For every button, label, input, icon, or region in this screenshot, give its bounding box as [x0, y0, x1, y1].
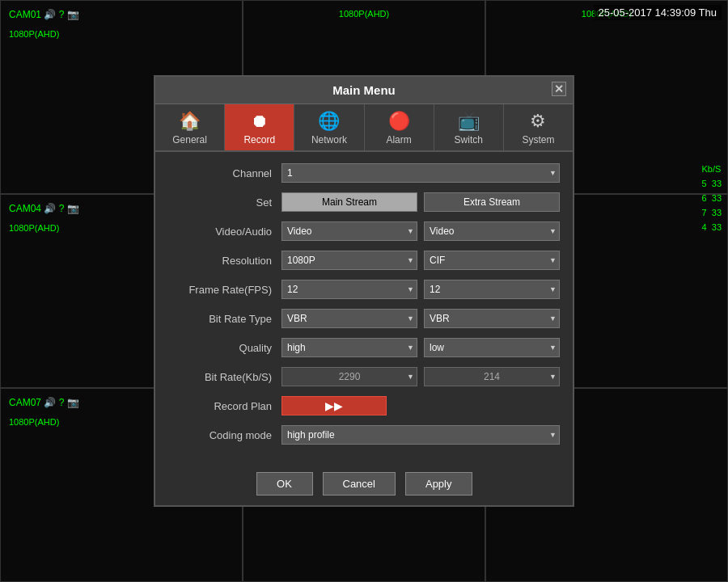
- quality-controls: high medium low low medium high: [281, 338, 560, 357]
- bitrate-type-label: Bit Rate Type: [168, 313, 281, 325]
- framerate-main-select[interactable]: 12 15 25: [281, 280, 417, 299]
- record-plan-button[interactable]: ▶▶: [281, 396, 387, 415]
- main-menu-modal: Main Menu ✕ 🏠 General ⏺ Record 🌐 Network…: [154, 75, 574, 507]
- tab-alarm[interactable]: 🔴 Alarm: [365, 104, 434, 150]
- tab-alarm-label: Alarm: [386, 134, 411, 146]
- quality-row: Quality high medium low low medium: [168, 336, 560, 359]
- record-plan-controls: ▶▶: [281, 396, 560, 415]
- alarm-icon: 🔴: [388, 111, 410, 132]
- tab-switch-label: Switch: [455, 134, 483, 146]
- resolution-main-wrapper[interactable]: 1080P 720P D1: [281, 251, 417, 270]
- bitrate-main-wrapper: [281, 367, 417, 386]
- system-icon: ⚙: [530, 111, 546, 132]
- video-audio-extra-select[interactable]: Video Audio: [424, 221, 560, 241]
- modal-close-button[interactable]: ✕: [552, 82, 566, 96]
- bitrate-row: Bit Rate(Kb/S): [168, 365, 560, 388]
- quality-extra-select[interactable]: low medium high: [424, 338, 560, 357]
- video-audio-main-select[interactable]: Video Audio: [281, 221, 417, 241]
- video-audio-label: Video/Audio: [168, 226, 281, 238]
- set-label: Set: [168, 196, 281, 209]
- record-icon: ⏺: [251, 111, 269, 132]
- stream-controls: Main Stream Extra Stream: [281, 192, 560, 212]
- network-icon: 🌐: [318, 111, 340, 132]
- bitrate-main-input: [281, 367, 417, 386]
- channel-label: Channel: [168, 167, 281, 179]
- tab-record-label: Record: [243, 134, 275, 146]
- video-audio-controls: Video Audio Video Audio: [281, 221, 560, 241]
- resolution-extra-wrapper[interactable]: CIF D1: [424, 251, 560, 270]
- record-plan-label: Record Plan: [168, 400, 281, 412]
- main-stream-button[interactable]: Main Stream: [281, 192, 417, 212]
- record-plan-row: Record Plan ▶▶: [168, 394, 560, 417]
- cancel-button[interactable]: Cancel: [323, 472, 396, 496]
- bitrate-label: Bit Rate(Kb/S): [168, 371, 281, 383]
- switch-icon: 📺: [458, 111, 480, 132]
- bitrate-type-main-wrapper[interactable]: VBR CBR: [281, 309, 417, 328]
- bitrate-type-main-select[interactable]: VBR CBR: [281, 309, 417, 328]
- coding-mode-controls: high profile main profile baseline: [281, 425, 560, 445]
- channel-controls: 1 2 3 4: [281, 163, 560, 183]
- resolution-main-select[interactable]: 1080P 720P D1: [281, 251, 417, 270]
- coding-mode-label: Coding mode: [168, 429, 281, 441]
- bitrate-type-controls: VBR CBR VBR CBR: [281, 309, 560, 328]
- quality-main-select[interactable]: high medium low: [281, 338, 417, 357]
- coding-mode-select[interactable]: high profile main profile baseline: [281, 425, 560, 445]
- form-content: Channel 1 2 3 4 Set Main Stre: [155, 152, 573, 462]
- framerate-extra-select[interactable]: 12 15 25: [424, 280, 560, 299]
- video-audio-row: Video/Audio Video Audio Video Audio: [168, 220, 560, 242]
- tab-network[interactable]: 🌐 Network: [294, 104, 364, 150]
- channel-select-wrapper[interactable]: 1 2 3 4: [281, 163, 560, 183]
- bitrate-type-row: Bit Rate Type VBR CBR VBR CBR: [168, 307, 560, 330]
- resolution-controls: 1080P 720P D1 CIF D1: [281, 251, 560, 270]
- resolution-row: Resolution 1080P 720P D1 CIF D1: [168, 249, 560, 272]
- tab-system[interactable]: ⚙ System: [504, 104, 573, 150]
- framerate-label: Frame Rate(FPS): [168, 284, 281, 296]
- framerate-controls: 12 15 25 12 15 25: [281, 280, 560, 299]
- bitrate-type-extra-select[interactable]: VBR CBR: [424, 309, 560, 328]
- quality-main-wrapper[interactable]: high medium low: [281, 338, 417, 357]
- tab-record[interactable]: ⏺ Record: [225, 104, 294, 150]
- resolution-extra-select[interactable]: CIF D1: [424, 251, 560, 270]
- modal-title: Main Menu: [332, 83, 396, 97]
- bitrate-controls: [281, 367, 560, 386]
- tab-network-label: Network: [311, 134, 347, 146]
- tab-bar: 🏠 General ⏺ Record 🌐 Network 🔴 Alarm 📺 S…: [155, 104, 573, 152]
- video-audio-main-wrapper[interactable]: Video Audio: [281, 221, 417, 241]
- channel-row: Channel 1 2 3 4: [168, 162, 560, 184]
- tab-general-label: General: [172, 134, 207, 146]
- channel-select[interactable]: 1 2 3 4: [281, 163, 560, 183]
- tab-general[interactable]: 🏠 General: [155, 104, 225, 150]
- bitrate-extra-input: [424, 367, 560, 386]
- tab-switch[interactable]: 📺 Switch: [434, 104, 504, 150]
- resolution-label: Resolution: [168, 255, 281, 267]
- modal-footer: OK Cancel Apply: [155, 462, 573, 505]
- ok-button[interactable]: OK: [256, 472, 313, 496]
- quality-label: Quality: [168, 342, 281, 354]
- extra-stream-button[interactable]: Extra Stream: [424, 192, 560, 212]
- framerate-row: Frame Rate(FPS) 12 15 25 12 15 25: [168, 278, 560, 301]
- bitrate-type-extra-wrapper[interactable]: VBR CBR: [424, 309, 560, 328]
- bitrate-extra-wrapper: [424, 367, 560, 386]
- framerate-extra-wrapper[interactable]: 12 15 25: [424, 280, 560, 299]
- tab-system-label: System: [522, 134, 554, 146]
- framerate-main-wrapper[interactable]: 12 15 25: [281, 280, 417, 299]
- coding-mode-wrapper[interactable]: high profile main profile baseline: [281, 425, 560, 445]
- modal-header: Main Menu ✕: [155, 77, 573, 104]
- apply-button[interactable]: Apply: [405, 472, 472, 496]
- general-icon: 🏠: [179, 111, 201, 132]
- modal-overlay: Main Menu ✕ 🏠 General ⏺ Record 🌐 Network…: [0, 0, 728, 582]
- coding-mode-row: Coding mode high profile main profile ba…: [168, 424, 560, 446]
- quality-extra-wrapper[interactable]: low medium high: [424, 338, 560, 357]
- set-row: Set Main Stream Extra Stream: [168, 191, 560, 213]
- video-audio-extra-wrapper[interactable]: Video Audio: [424, 221, 560, 241]
